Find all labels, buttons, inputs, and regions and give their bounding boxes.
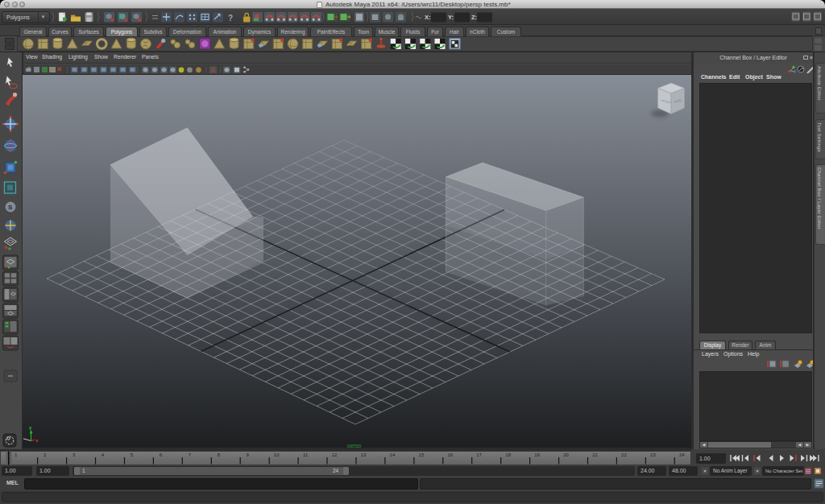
svg-text:6: 6 (160, 452, 163, 457)
svg-text:1: 1 (15, 452, 18, 457)
svg-text:4: 4 (102, 452, 105, 457)
svg-text:8: 8 (218, 452, 221, 457)
svg-text:2: 2 (44, 452, 47, 457)
svg-text:5: 5 (131, 452, 134, 457)
svg-text:X:: X: (425, 14, 431, 21)
svg-text:Z:: Z: (471, 14, 477, 21)
svg-text:7: 7 (189, 452, 192, 457)
svg-text:9: 9 (247, 452, 250, 457)
svg-text:17: 17 (476, 452, 482, 457)
svg-text:22: 22 (621, 452, 627, 457)
svg-text:19: 19 (534, 452, 540, 457)
svg-text:14: 14 (390, 452, 396, 457)
svg-text:3: 3 (73, 452, 76, 457)
svg-text:16: 16 (447, 452, 453, 457)
svg-text:24: 24 (679, 452, 685, 457)
svg-text:13: 13 (361, 452, 367, 457)
svg-text:11: 11 (303, 452, 309, 457)
svg-text:10: 10 (274, 452, 280, 457)
svg-text:21: 21 (592, 452, 598, 457)
svg-text:23: 23 (650, 452, 656, 457)
svg-text:?: ? (228, 14, 233, 23)
svg-text:Y:: Y: (448, 14, 454, 21)
svg-text:18: 18 (505, 452, 511, 457)
svg-text:15: 15 (419, 452, 425, 457)
svg-text:20: 20 (563, 452, 569, 457)
svg-text:12: 12 (332, 452, 338, 457)
svg-text:S: S (8, 204, 13, 211)
